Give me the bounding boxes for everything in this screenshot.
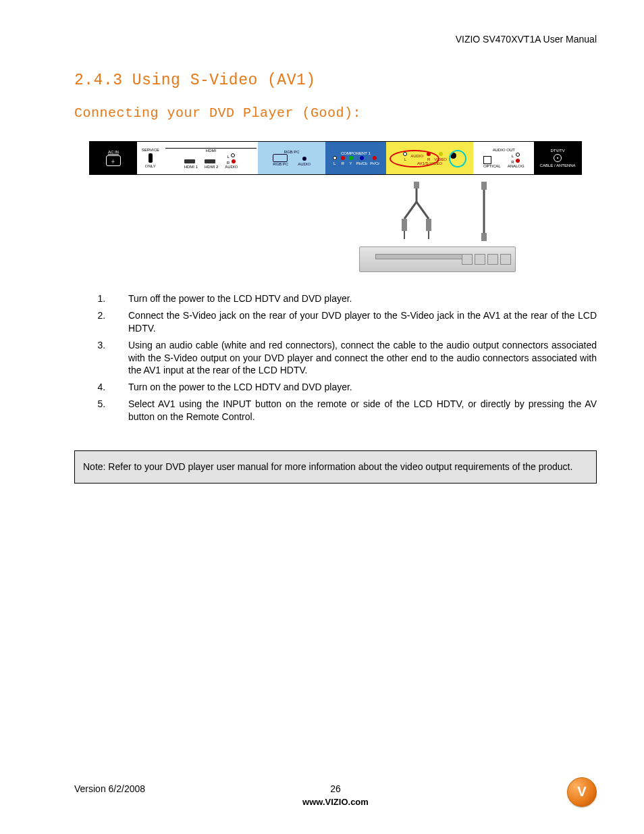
dvd-button-icon (487, 254, 498, 265)
av1-svideo-port (450, 153, 456, 159)
service-only-label: ONLY (145, 164, 156, 168)
step-item: Connect the S-Video jack on the rear of … (108, 309, 597, 335)
hdmi2-label: HDMI 2 (205, 165, 218, 169)
vizio-logo-icon: V (567, 777, 597, 807)
footer-url: www.VIZIO.com (74, 797, 597, 807)
subsection-title: Connecting your DVD Player (Good): (74, 105, 597, 121)
hdmi-audio-l-label: L (227, 155, 229, 159)
steps-list: Turn off the power to the LCD HDTV and D… (74, 292, 597, 423)
cable-antenna-label: CABLE / ANTENNA (540, 163, 576, 167)
svg-rect-10 (481, 233, 487, 241)
svideo-cable-icon (477, 182, 491, 242)
header-manual-title: VIZIO SV470XVT1A User Manual (74, 34, 597, 45)
av1-r-port (427, 152, 431, 156)
dtv-label: DTV/TV (550, 149, 564, 153)
av1-l-port (403, 152, 407, 156)
dvd-tray-icon (375, 254, 470, 259)
panel-rgb-pc: RGB PC RGB PC AUDIO (258, 142, 325, 174)
analog-l-port (516, 153, 520, 157)
comp-l-label: L (332, 161, 338, 165)
av1-l-label: L (402, 157, 408, 161)
hdmi-audio-r-label: R (227, 161, 230, 165)
footer-page-number: 26 (74, 783, 597, 794)
rgb-pc-port-label: RGB PC (273, 162, 288, 166)
comp-y-label: Y (348, 161, 354, 165)
connection-diagram: AC IN ⏚ SERVICE ONLY HDMI HDMI 1 (89, 141, 582, 272)
panel-component1: COMPONENT 1 L R Y Pb/Cb Pr/Cr (325, 142, 386, 174)
svg-rect-7 (414, 182, 419, 188)
panel-hdmi: HDMI HDMI 1 HDMI 2 L R AUDIO (164, 142, 259, 174)
dvd-button-icon (462, 254, 473, 265)
svg-line-2 (417, 202, 429, 219)
ac-in-label: AC IN (108, 150, 119, 154)
dvd-button-icon (475, 254, 485, 265)
step-item: Turn on the power to the LCD HDTV and DV… (108, 381, 597, 394)
comp-r-label: R (340, 161, 346, 165)
vizio-logo-letter: V (577, 784, 586, 800)
comp-y-port (349, 156, 353, 160)
comp-pr-port (373, 156, 377, 160)
svg-rect-4 (426, 219, 431, 231)
panel-audio-out: AUDIO OUT OPTICAL L R ANALOG (473, 142, 534, 174)
hdmi1-label: HDMI 1 (184, 165, 198, 169)
hdmi-audio-r-port (232, 159, 236, 163)
step-item: Using an audio cable (white and red conn… (108, 339, 597, 377)
service-label: SERVICE (142, 148, 159, 152)
optical-label: OPTICAL (483, 164, 501, 168)
page-footer: Version 6/2/2008 26 www.VIZIO.com (74, 783, 597, 807)
coax-port-icon (554, 154, 562, 162)
hdmi2-port-icon (205, 159, 215, 163)
av1-video-port (439, 152, 443, 156)
panel-dtv: DTV/TV CABLE / ANTENNA (534, 142, 581, 174)
dvd-player-illustration (359, 246, 516, 272)
comp-pb-port (360, 156, 364, 160)
comp-l-port (333, 156, 337, 160)
comp-pr-label: Pr/Cr (370, 161, 379, 165)
note-box: Note: Refer to your DVD player user manu… (74, 450, 597, 484)
panel-av1: L AUDIO R VIDEO AV1/S-VIDEO (386, 142, 474, 174)
rgb-pc-audio-label: AUDIO (298, 162, 311, 166)
hdmi-audio-l-port (231, 153, 235, 157)
dvd-button-icon (500, 254, 511, 265)
ac-in-icon: ⏚ (106, 155, 121, 166)
section-title: 2.4.3 Using S-Video (AV1) (74, 72, 597, 89)
svg-rect-8 (481, 182, 487, 190)
rgb-pc-audio-port (302, 157, 306, 161)
analog-r-port (516, 159, 520, 163)
audio-cable-icon (396, 182, 437, 242)
comp-r-port (341, 156, 345, 160)
panel-ac-in: AC IN ⏚ (90, 142, 137, 174)
analog-label: ANALOG (508, 164, 525, 168)
hdmi-audio-label: AUDIO (225, 165, 238, 169)
service-port-icon (149, 153, 153, 163)
tv-rear-panel: AC IN ⏚ SERVICE ONLY HDMI HDMI 1 (89, 141, 582, 175)
dvd-controls (462, 254, 511, 265)
rgb-pc-port-icon (273, 154, 288, 162)
av1-audio-label: AUDIO (410, 154, 423, 158)
svg-line-1 (404, 202, 417, 219)
comp-pb-label: Pb/Cb (356, 161, 368, 165)
hdmi-group-label: HDMI (165, 148, 257, 153)
hdmi1-port-icon (184, 159, 195, 163)
optical-port-icon (483, 156, 491, 164)
step-item: Select AV1 using the INPUT button on the… (108, 398, 597, 423)
av1-svideo-label: AV1/S-VIDEO (417, 161, 442, 165)
svg-rect-3 (402, 219, 407, 231)
panel-service: SERVICE ONLY (137, 142, 164, 174)
step-item: Turn off the power to the LCD HDTV and D… (108, 292, 597, 305)
